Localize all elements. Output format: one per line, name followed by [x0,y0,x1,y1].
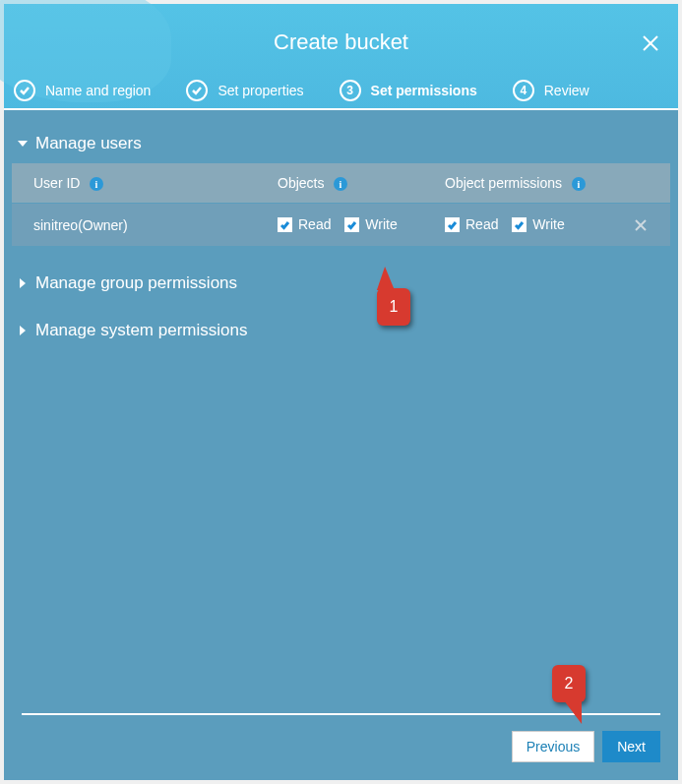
dialog-body: Manage users User ID i Objects i Object … [4,110,678,713]
svg-marker-12 [20,326,26,335]
step-label: Set properties [217,83,303,98]
section-title: Manage system permissions [35,321,247,340]
objects-write-checkbox[interactable]: Write [344,216,397,232]
col-object-permissions: Object permissions [445,175,562,191]
step-label: Review [544,83,589,98]
permissions-write-checkbox[interactable]: Write [512,216,564,232]
checkmark-icon [14,80,35,101]
user-id-value: sinitreo(Owner) [33,217,128,233]
checkbox-checked-icon [344,217,359,232]
delete-row-icon[interactable] [612,217,649,233]
svg-text:i: i [95,179,98,190]
step-label: Name and region [45,83,151,98]
dialog-footer: Previous Next [4,713,678,780]
svg-text:i: i [578,179,581,190]
section-manage-group-permissions[interactable]: Manage group permissions [12,264,670,303]
info-icon[interactable]: i [90,177,103,191]
section-manage-system-permissions[interactable]: Manage system permissions [12,311,670,350]
previous-button[interactable]: Previous [512,731,594,762]
col-objects: Objects [278,175,324,191]
permissions-read-checkbox[interactable]: Read [445,216,498,232]
permissions-table-header: User ID i Objects i Object permissions i [12,163,670,203]
section-title: Manage users [35,134,142,153]
table-row: sinitreo(Owner) Read Write Read [12,203,670,246]
step-number-icon: 4 [513,80,534,101]
checkbox-label: Read [298,216,331,232]
section-title: Manage group permissions [35,273,237,293]
caret-down-icon [16,137,30,151]
svg-marker-11 [20,278,26,288]
step-set-permissions[interactable]: 3 Set permissions [340,72,477,109]
checkbox-checked-icon [278,217,292,232]
checkmark-icon [186,80,208,101]
divider [22,713,660,715]
svg-marker-2 [18,141,28,147]
checkbox-label: Write [532,216,564,232]
checkbox-label: Write [365,216,397,232]
dialog-title: Create bucket [4,4,678,55]
next-button[interactable]: Next [602,731,660,762]
checkbox-checked-icon [445,217,460,232]
wizard-steps: Name and region Set properties 3 Set per… [4,73,678,110]
caret-right-icon [16,276,30,290]
create-bucket-dialog: Create bucket Name and region Set proper… [4,4,678,780]
checkbox-checked-icon [512,217,527,232]
svg-text:i: i [340,179,342,190]
caret-right-icon [16,324,30,337]
dialog-header: Create bucket Name and region Set proper… [4,4,678,110]
step-label: Set permissions [371,83,477,98]
step-set-properties[interactable]: Set properties [186,72,303,109]
objects-read-checkbox[interactable]: Read [278,216,331,232]
info-icon[interactable]: i [334,177,347,191]
checkbox-label: Read [465,216,498,232]
button-row: Previous Next [22,731,660,762]
close-icon[interactable] [635,28,666,59]
info-icon[interactable]: i [572,177,586,191]
section-manage-users[interactable]: Manage users [12,124,670,163]
step-name-and-region[interactable]: Name and region [14,72,151,109]
step-number-icon: 3 [340,80,361,101]
step-review[interactable]: 4 Review [513,72,589,109]
col-user-id: User ID [33,175,80,191]
